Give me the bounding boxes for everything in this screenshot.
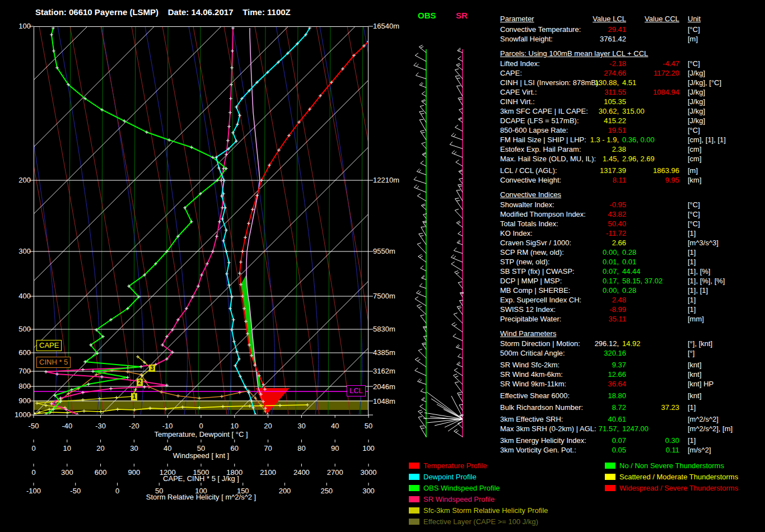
sr-wind-barb-flag [455, 376, 459, 377]
legend-item: Scattered / Moderate Thunderstorms [605, 473, 738, 484]
sr-wind-barb-flag [456, 63, 460, 65]
value-ccl: 0.11 [627, 445, 679, 455]
obs-wind-barb-flag [422, 142, 426, 143]
obs-wind-barb-flag [418, 417, 422, 417]
sr-wind-barb-flag [458, 354, 460, 357]
obs-wind-barb-flag [423, 336, 427, 337]
table-row: CAPE Virt.:311.551084.94[J/kg] [500, 87, 763, 97]
height-tick-label: 2046m [373, 382, 395, 391]
obs-column-label: OBS [418, 11, 436, 20]
temp-axis-label: -40 [62, 422, 72, 430]
legend-label: Widespread / Severe Thunderstorms [619, 484, 738, 492]
cape-axis-label: 2400 [293, 468, 310, 477]
sr-wind-barb [456, 223, 463, 227]
value-lcl: 274.66 [534, 68, 626, 78]
table-row: Estofex Exp. Hail Param:2.38[cm] [500, 144, 763, 154]
param-label: KO Index: [500, 228, 533, 238]
value-lcl: 320.16 [534, 348, 626, 358]
cape-label: CAPE [36, 340, 62, 351]
obs-wind-barb-flag [421, 227, 425, 227]
obs-wind-barb [421, 268, 426, 271]
value-ccl: 9.95 [627, 175, 679, 185]
value-continuation: 4.51 [622, 78, 636, 87]
pressure-tick-label: 700 [0, 367, 31, 375]
srh-axis-label: 200 [279, 487, 291, 495]
cinh-label: CINH * 5 [36, 357, 71, 368]
pressure-tick-label: 500 [0, 325, 31, 333]
sr-wind-barb [458, 50, 463, 53]
value-lcl: 2.38 [534, 144, 626, 154]
table-row: 500m Critical Angle:320.16[°] [500, 348, 763, 358]
obs-wind-barb-flag [423, 344, 426, 344]
lcl-label: LCL [347, 385, 366, 396]
value-lcl: 50.40 [534, 219, 626, 228]
sr-wind-barb-flag [452, 323, 455, 325]
legend-item: Temperature Profile [409, 461, 487, 473]
temp-axis-label: 50 [365, 422, 372, 430]
table-row: CINH | LSI (Inversion: 878mB):130.88,4.5… [500, 78, 763, 87]
obs-wind-barb [415, 371, 426, 376]
value-lcl: 18.80 [534, 391, 626, 400]
sr-wind-barb-flag [456, 273, 460, 274]
unit-label: [J/kg] [688, 87, 705, 97]
obs-wind-barb-flag [421, 389, 423, 391]
sr-wind-barb [452, 153, 463, 157]
pressure-tick-label: 400 [0, 292, 31, 300]
value-continuation: 58.15, 37.02 [622, 276, 663, 286]
obs-wind-barb-flag [418, 349, 422, 350]
table-row: Max 3km SRH (0-2km) | AGL:71.57,1247.00[… [500, 424, 763, 433]
cape-axis-label: 300 [61, 468, 73, 477]
wind-axis-label: 90 [331, 444, 339, 452]
sr-wind-barb-flag [455, 69, 459, 70]
unit-label: [m^3/s^3] [688, 238, 719, 248]
obs-wind-barb [414, 66, 426, 70]
cape-axis-title: CAPE, CINH * 5 [ J/kg ] [163, 474, 239, 483]
table-row: SWISS 12 Index:-8.99[1] [500, 305, 763, 314]
table-row: Lifted Index:-2.18-4.47[°C] [500, 59, 763, 68]
wind-axis-label: 60 [231, 444, 239, 452]
unit-label: [km] [688, 175, 702, 185]
value-continuation: 44.44 [622, 267, 641, 276]
obs-wind-barb-flag [417, 359, 420, 361]
legend-swatch [409, 507, 419, 514]
value-lcl: 2.48 [534, 295, 626, 305]
legend-label: Effective Layer (CAPE >= 100 J/kg) [423, 517, 538, 526]
sr-wind-barb-flag [458, 307, 461, 308]
param-label: CINH Virt.: [500, 97, 535, 106]
obs-wind-barb [416, 76, 426, 79]
obs-wind-barb [422, 94, 426, 96]
sr-wind-barb-flag [458, 222, 460, 224]
obs-wind-barb [421, 163, 426, 166]
value-ccl: 0.30 [627, 436, 679, 445]
sr-wind-barb [451, 264, 463, 270]
legend-swatch [605, 463, 615, 469]
table-row: 3km Effective SRH:40.61[m^2/s^2] [500, 414, 763, 424]
value-lcl: 1317.39 [534, 166, 626, 175]
value-lcl: 105.35 [534, 97, 626, 106]
obs-wind-barb [421, 316, 426, 324]
obs-wind-barb-flag [419, 170, 421, 172]
value-lcl: 0.00, [534, 248, 619, 257]
value-ccl: 1863.96 [627, 166, 679, 175]
legend-item: Effective Layer (CAPE >= 100 J/kg) [409, 517, 538, 529]
obs-wind-barb-flag [415, 357, 418, 360]
value-continuation: 0.28 [622, 286, 636, 295]
unit-label: [°C] [688, 125, 700, 135]
obs-wind-barb-flag [420, 105, 424, 106]
table-row: CAPE:274.661172.20[J/kg] [500, 68, 763, 78]
temp-axis-label: -20 [129, 422, 139, 430]
sr-wind-barb-flag [459, 404, 463, 405]
unit-label: [1] [688, 228, 696, 238]
obs-wind-barb-flag [421, 46, 423, 48]
obs-wind-barb-flag [417, 243, 421, 244]
sr-fan-line [427, 392, 463, 419]
sr-wind-barb-flag [455, 270, 458, 272]
obs-wind-barb-flag [414, 63, 417, 66]
unit-label: [1] [688, 305, 696, 314]
value-continuation: 2.96, 2.69 [622, 154, 655, 164]
obs-wind-barb [417, 171, 426, 175]
table-row: SCP RM (new, old):0.00,0.28[1] [500, 248, 763, 257]
value-ccl: -4.47 [627, 59, 679, 68]
temp-axis-label: -30 [95, 422, 106, 430]
wind-axis-label: 40 [164, 444, 171, 452]
